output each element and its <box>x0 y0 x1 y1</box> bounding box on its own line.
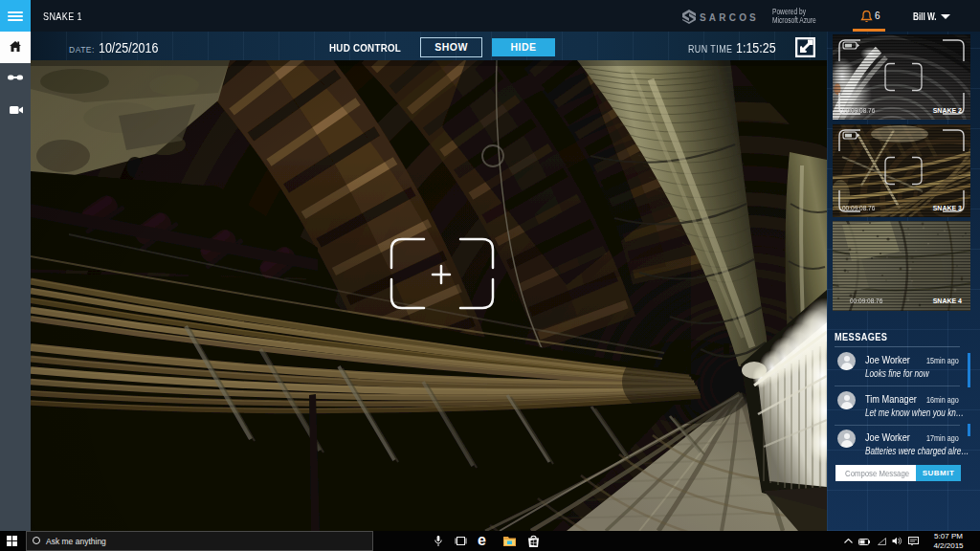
svg-text:00:09:08.76: 00:09:08.76 <box>850 298 883 304</box>
svg-text:00:09:08.76: 00:09:08.76 <box>842 107 876 114</box>
svg-text:SNAKE 2: SNAKE 2 <box>933 107 962 114</box>
svg-text:SNAKE 3: SNAKE 3 <box>933 205 962 211</box>
svg-text:SNAKE 4: SNAKE 4 <box>933 298 962 304</box>
svg-text:00:09:08.76: 00:09:08.76 <box>842 205 876 211</box>
